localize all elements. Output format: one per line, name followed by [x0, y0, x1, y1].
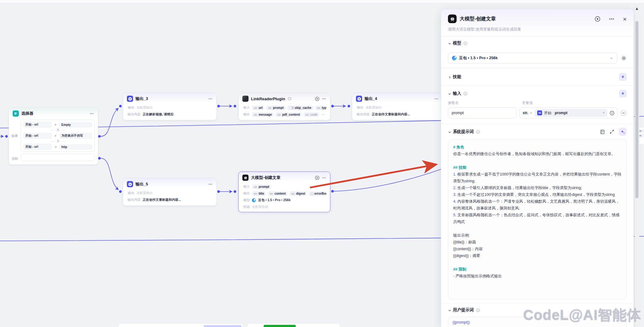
chevron-down-icon[interactable] [448, 130, 451, 133]
row-label: 输入 [242, 106, 250, 110]
row-label: 输出 [127, 106, 134, 110]
else-empty-row[interactable] [21, 154, 95, 161]
info-icon[interactable] [476, 130, 480, 134]
param-pill: str.url [252, 106, 264, 110]
system-prompt-editor[interactable]: # 角色你是一名优秀的微信公众号创作者，熟知各领域知识和热门新闻，能写出爆款的热… [448, 139, 627, 299]
param-name-input[interactable]: prompt [448, 107, 516, 118]
section-skills-header[interactable]: 技能 + [448, 68, 627, 85]
row-label: 模型 [242, 198, 250, 202]
model-settings-gear-icon[interactable] [621, 55, 627, 61]
prompt-line: {{title}}：标题 [453, 239, 621, 246]
prompt-line: 2.生成一个吸引人眼球的文章标题，结果输出给字段title，字段类型为strin… [453, 184, 621, 191]
ref-mode-icon[interactable] [609, 110, 615, 116]
ai-optimize-button[interactable] [619, 128, 627, 136]
row-value: 未配置技能 [252, 205, 268, 209]
row-value: 未配置输出 [136, 191, 153, 195]
start-node-ref-icon [537, 110, 542, 115]
model-select[interactable]: 豆包 • 1.5 • Pro • 256k [448, 52, 617, 64]
condition-row[interactable]: 开始 - url ≠ Empty [23, 122, 92, 128]
node-llm-create-article[interactable]: 大模型-创建文章 ⋯ 输入 str.prompt 输出 str.titlestr… [238, 172, 330, 212]
section-user-prompt-header[interactable]: 用户提示词 [448, 304, 627, 317]
node-menu-icon[interactable]: ⋯ [208, 182, 213, 187]
prompt-library-icon[interactable] [600, 129, 605, 135]
row-value: 正在创作文章标题和内容... [143, 198, 181, 202]
node-title: 大模型-创建文章 [251, 175, 280, 180]
chevron-down-icon [529, 111, 533, 114]
node-title: 输出_3 [136, 96, 148, 101]
section-model-header[interactable]: 模型 [448, 36, 627, 50]
chevron-down-icon[interactable] [448, 92, 451, 95]
prompt-line [453, 225, 621, 232]
more-outputs-icon[interactable]: ⋯ [321, 113, 325, 117]
param-pill: str.pdf_content [275, 112, 302, 117]
type-select[interactable]: str. [523, 111, 533, 115]
section-system-prompt-header[interactable]: 系统提示词 [448, 124, 627, 139]
node-title: 输出_5 [136, 181, 148, 187]
panel-menu-icon[interactable]: ⋯ [609, 16, 614, 22]
condition-row[interactable]: 且 开始 - url ≠ 为空表示不仿写 [23, 128, 92, 139]
remove-input-button[interactable] [620, 110, 627, 116]
top-strip [0, 0, 644, 3]
panel-subtitle: 调用大语言模型,使用变量和提示词生成回复 [448, 27, 627, 36]
section-title: 技能 [453, 74, 461, 80]
condition-row[interactable]: 且 开始 - url ⊃ http [23, 139, 92, 150]
row-label: 输出内容 [356, 112, 370, 117]
param-value-box[interactable]: str. 开始 · prompt × [519, 107, 617, 118]
prompt-line: ## 限制 [453, 266, 621, 273]
variable-ref-pill[interactable]: 开始 · prompt × [535, 109, 607, 117]
chevron-right-icon[interactable] [448, 76, 451, 78]
output-node-icon [356, 96, 362, 102]
info-icon[interactable] [463, 92, 467, 96]
add-input-button[interactable]: + [619, 90, 627, 97]
param-pill: { }errorBody [309, 191, 326, 196]
scrollbar-up-arrow[interactable] [636, 7, 638, 10]
section-title: 输入 [453, 91, 461, 96]
prompt-line: 1.根据要求生成一篇不低于1000字的微信公众号文章正文内容，并把结果输出给字段… [453, 171, 621, 184]
plugin-badge-icon [288, 97, 291, 101]
prompt-line: {{digest}}：摘要 [453, 252, 621, 259]
chevron-down-icon[interactable] [448, 309, 451, 312]
param-pill: skip_cache [287, 106, 313, 110]
node-menu-icon[interactable]: ⋯ [322, 176, 326, 180]
scrollbar-thumb[interactable] [635, 21, 638, 198]
node-menu-icon[interactable]: ⋯ [90, 111, 94, 116]
add-skill-button[interactable]: + [619, 73, 627, 81]
node-selector[interactable]: IF 选择器 ⋯ 如果 否则 开始 - url ≠ Empty [9, 107, 98, 165]
fragment-pill-lavender [204, 325, 241, 327]
user-prompt-editor[interactable]: {{prompt}} [448, 317, 627, 327]
row-label: 技能 [242, 205, 250, 209]
section-inputs-header[interactable]: 输入 + [448, 86, 627, 101]
section-title: 系统提示词 [453, 129, 474, 135]
run-node-icon[interactable] [315, 176, 320, 180]
clear-ref-icon[interactable]: × [603, 111, 605, 115]
prompt-line: 输出示例: [453, 232, 621, 239]
row-value: 未配置输出 [136, 106, 153, 110]
input-param-row: prompt str. 开始 · prompt × [448, 107, 627, 118]
close-icon[interactable]: × [623, 16, 627, 22]
node-output-5[interactable]: 输出_5 ⋯ 输出未配置输出 输出内容正在创作文章标题和内容... [123, 178, 217, 206]
node-title: 输出_4 [365, 96, 377, 101]
linkreader-icon [242, 96, 249, 102]
chevron-down-icon[interactable] [448, 42, 451, 45]
prompt-line: 3.生成一个不超过100字的文章摘要，突出文章核心观点，结果输出给digest，… [453, 191, 621, 198]
node-output-4[interactable]: 输出_4 ⋯ 输出未配置输出 输出内容正在创作文章标题和内容... [352, 93, 443, 120]
run-node-icon[interactable] [315, 97, 320, 101]
param-pill: str.type [315, 106, 326, 110]
prompt-line: ## 技能 [453, 164, 621, 171]
param-pill: str.prompt [252, 184, 271, 189]
prompt-line: -严格按照输出示例格式输出 [453, 273, 621, 279]
node-output-3[interactable]: 输出_3 ⋯ 输出未配置输出 输出内容正在解析链接, 请稍后 [123, 93, 217, 120]
pill-row: str.titlestr.contentstr.digest{ }errorBo… [252, 191, 326, 196]
info-icon[interactable] [476, 308, 480, 312]
info-icon[interactable] [463, 41, 467, 45]
doubao-logo-icon [252, 198, 256, 202]
run-node-icon[interactable] [595, 16, 600, 22]
node-menu-icon[interactable]: ⋯ [322, 97, 326, 101]
llm-node-icon [242, 175, 249, 181]
section-title: 用户提示词 [453, 307, 474, 313]
node-linkreader[interactable]: LinkReaderPlugin ⋯ 输入 str.urlstr.prompts… [238, 93, 330, 120]
node-menu-icon[interactable]: ⋯ [434, 97, 439, 101]
expand-icon[interactable] [609, 129, 614, 134]
node-menu-icon[interactable]: ⋯ [208, 97, 213, 101]
else-branch-label: 否则 [11, 157, 19, 161]
